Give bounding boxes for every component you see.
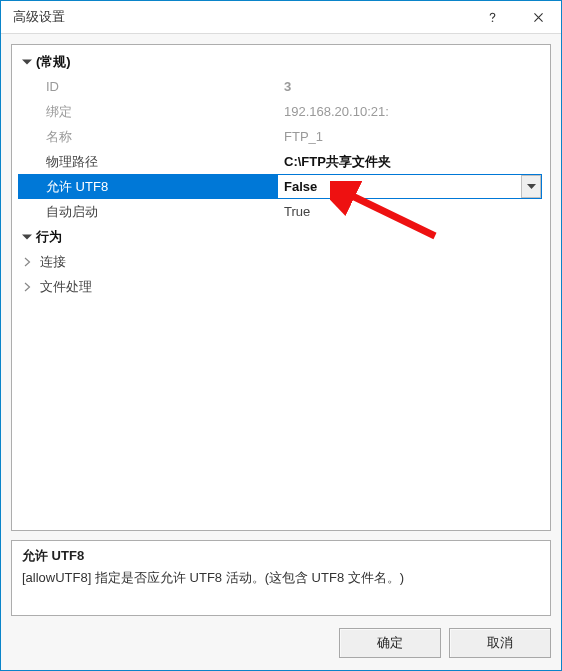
- svg-point-0: [491, 20, 493, 22]
- prop-value: 3: [278, 74, 542, 99]
- category-label: 文件处理: [36, 274, 296, 299]
- prop-label: 允许 UTF8: [18, 174, 278, 199]
- prop-value: C:\FTP共享文件夹: [278, 149, 542, 174]
- property-grid[interactable]: (常规) ID 3 绑定 192.168.20.10:21: 名称 FTP_1 …: [11, 44, 551, 531]
- cancel-button[interactable]: 取消: [449, 628, 551, 658]
- dialog-title: 高级设置: [13, 8, 469, 26]
- chevron-down-icon[interactable]: [18, 224, 36, 249]
- category-behavior[interactable]: 行为: [18, 224, 542, 249]
- ok-button[interactable]: 确定: [339, 628, 441, 658]
- prop-row-name[interactable]: 名称 FTP_1: [18, 124, 542, 149]
- category-label: 连接: [36, 249, 296, 274]
- close-button[interactable]: [515, 1, 561, 33]
- prop-label: ID: [18, 74, 278, 99]
- prop-label: 物理路径: [18, 149, 278, 174]
- dialog-buttons: 确定 取消: [11, 628, 551, 658]
- prop-row-id[interactable]: ID 3: [18, 74, 542, 99]
- prop-value: False: [284, 175, 317, 198]
- chevron-right-icon[interactable]: [18, 274, 36, 299]
- prop-row-auto-start[interactable]: 自动启动 True: [18, 199, 542, 224]
- description-name: 允许 UTF8: [22, 547, 540, 565]
- chevron-down-icon[interactable]: [18, 49, 36, 74]
- prop-label: 名称: [18, 124, 278, 149]
- category-file-processing[interactable]: 文件处理: [18, 274, 542, 299]
- dropdown-button[interactable]: [521, 175, 541, 198]
- prop-row-physical-path[interactable]: 物理路径 C:\FTP共享文件夹: [18, 149, 542, 174]
- prop-row-binding[interactable]: 绑定 192.168.20.10:21:: [18, 99, 542, 124]
- prop-value: True: [278, 199, 542, 224]
- prop-label: 自动启动: [18, 199, 278, 224]
- dialog-window: 高级设置 (常规) ID 3 绑定: [0, 0, 562, 671]
- category-connection[interactable]: 连接: [18, 249, 542, 274]
- prop-value: 192.168.20.10:21:: [278, 99, 542, 124]
- work-area: (常规) ID 3 绑定 192.168.20.10:21: 名称 FTP_1 …: [1, 34, 561, 670]
- prop-value-editor[interactable]: False: [278, 174, 542, 199]
- chevron-right-icon[interactable]: [18, 249, 36, 274]
- help-icon: [486, 11, 499, 24]
- close-icon: [532, 11, 545, 24]
- category-label: 行为: [36, 224, 62, 249]
- title-bar: 高级设置: [1, 1, 561, 34]
- prop-value: FTP_1: [278, 124, 542, 149]
- chevron-down-icon: [527, 184, 536, 190]
- prop-label: 绑定: [18, 99, 278, 124]
- description-panel: 允许 UTF8 [allowUTF8] 指定是否应允许 UTF8 活动。(这包含…: [11, 540, 551, 616]
- category-general[interactable]: (常规): [18, 49, 542, 74]
- category-label: (常规): [36, 49, 71, 74]
- help-button[interactable]: [469, 1, 515, 33]
- description-text: [allowUTF8] 指定是否应允许 UTF8 活动。(这包含 UTF8 文件…: [22, 569, 540, 587]
- prop-row-allow-utf8[interactable]: 允许 UTF8 False: [18, 174, 542, 199]
